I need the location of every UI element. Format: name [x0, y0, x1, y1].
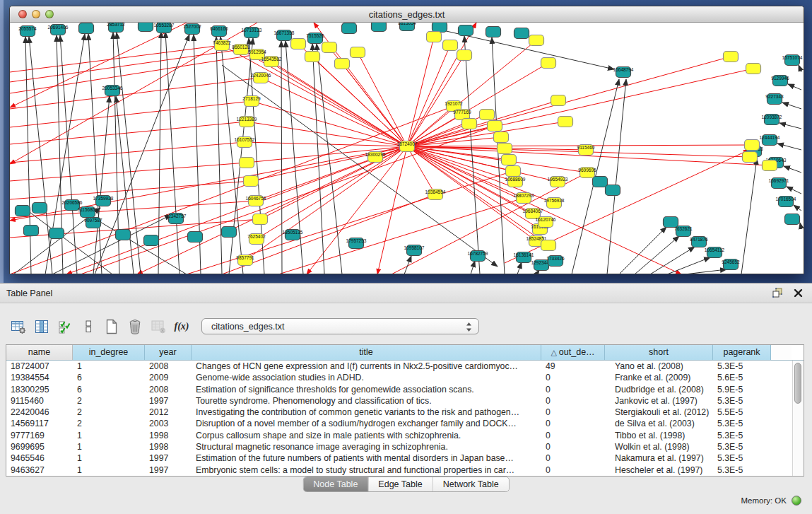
cell-year[interactable]: 1997	[145, 465, 192, 476]
cell-year[interactable]: 2003	[145, 418, 192, 429]
graph-node[interactable]	[514, 28, 529, 39]
graph-node[interactable]	[502, 155, 517, 165]
minimize-button[interactable]	[32, 10, 40, 18]
cell-year[interactable]: 2008	[145, 384, 192, 395]
graph-node[interactable]: 13505135	[283, 230, 303, 240]
graph-node[interactable]	[606, 185, 620, 196]
graph-node[interactable]	[745, 140, 760, 151]
graph-edge[interactable]	[685, 269, 726, 274]
memory-status-indicator[interactable]	[792, 496, 801, 506]
graph-edge[interactable]	[10, 122, 247, 144]
table-row[interactable]: 1872400712008Changes of HCN gene express…	[6, 361, 804, 372]
graph-edge[interactable]	[10, 54, 257, 93]
graph-node[interactable]	[529, 35, 544, 46]
graph-node[interactable]: 9129946	[771, 76, 789, 86]
graph-node[interactable]: 9857791	[236, 255, 254, 266]
graph-node[interactable]	[558, 117, 573, 127]
graph-node[interactable]: 2853712	[107, 23, 125, 33]
graph-node[interactable]: 16120746	[536, 217, 556, 228]
table-row[interactable]: 1830029562008Estimation of significance …	[6, 384, 804, 395]
graph-node[interactable]: 15136141	[514, 252, 534, 263]
cell-short[interactable]: Wolkin et al. (1998)	[605, 441, 713, 452]
graph-node[interactable]	[139, 23, 153, 32]
graph-node[interactable]	[785, 214, 800, 225]
function-builder-icon[interactable]: f(x)	[172, 317, 191, 337]
graph-edge[interactable]	[777, 144, 801, 150]
cell-short[interactable]: de Silva et al. (2003)	[605, 418, 713, 429]
graph-edge[interactable]	[787, 187, 801, 194]
graph-node[interactable]	[457, 50, 472, 61]
graph-node[interactable]: 19654923	[548, 177, 568, 187]
graph-node[interactable]	[291, 39, 306, 49]
cell-short[interactable]: Tibbo et al. (1998)	[605, 430, 713, 441]
table-row[interactable]: 1938455462009Genome-wide association stu…	[6, 372, 804, 383]
graph-edge[interactable]	[317, 44, 342, 274]
cell-pagerank[interactable]: 5.3E-5	[713, 418, 771, 429]
table-selector-dropdown[interactable]: citations_edges.txt	[201, 318, 479, 334]
cell-in-degree[interactable]: 1	[73, 452, 145, 464]
cell-short[interactable]: Dudbridge et al. (2008)	[605, 384, 713, 395]
graph-edge[interactable]	[407, 63, 548, 146]
cell-name[interactable]: 9777169	[6, 430, 73, 441]
column-header-filler[interactable]	[771, 345, 792, 360]
graph-node[interactable]: 17359928	[93, 196, 114, 206]
cell-pagerank[interactable]: 5.3E-5	[713, 430, 771, 441]
cell-pagerank[interactable]: 5.3E-5	[713, 452, 771, 464]
table-vertical-scrollbar[interactable]	[792, 361, 804, 476]
cell-title[interactable]: Structural magnetic resonance image aver…	[192, 441, 541, 452]
scrollbar-thumb[interactable]	[794, 363, 801, 404]
graph-edge[interactable]	[29, 37, 52, 274]
cell-pagerank[interactable]: 5.3E-5	[713, 395, 771, 407]
graph-node[interactable]: 8471876	[690, 237, 708, 247]
graph-edge[interactable]	[10, 45, 222, 72]
graph-edge[interactable]	[782, 103, 801, 109]
graph-edge[interactable]	[784, 166, 801, 173]
cell-in-degree[interactable]: 1	[73, 465, 145, 476]
trash-icon[interactable]	[126, 317, 144, 337]
table-row[interactable]: 1456911722003Disruption of a novel membe…	[6, 418, 804, 429]
graph-node[interactable]: 7632621	[674, 226, 693, 237]
graph-node[interactable]	[24, 226, 39, 236]
cell-short[interactable]: Stergiakouli et al. (2012)	[605, 407, 713, 418]
graph-node[interactable]: 22420046	[251, 73, 271, 83]
graph-edge[interactable]	[261, 78, 407, 146]
graph-edge[interactable]	[271, 62, 407, 146]
graph-node[interactable]	[335, 59, 350, 69]
cell-title[interactable]: Genome-wide association studies in ADHD.	[192, 372, 541, 383]
graph-edge[interactable]	[314, 23, 407, 146]
graph-node[interactable]: 15751074	[782, 55, 803, 66]
float-window-icon[interactable]	[772, 287, 783, 301]
cell-name[interactable]: 18724007	[6, 361, 73, 372]
graph-node[interactable]	[342, 23, 357, 34]
graph-node[interactable]: 9227343	[765, 94, 784, 105]
tab-edge-table[interactable]: Edge Table	[367, 477, 432, 491]
graph-node[interactable]	[724, 52, 739, 62]
column-header-year[interactable]: year	[145, 345, 192, 360]
graph-node[interactable]: 1733426	[546, 256, 565, 267]
graph-edge[interactable]	[471, 261, 475, 274]
cell-pagerank[interactable]: 5.3E-5	[713, 361, 771, 372]
graph-node[interactable]	[763, 160, 777, 171]
graph-edge[interactable]	[137, 146, 407, 274]
graph-edge[interactable]	[245, 146, 407, 260]
graph-node[interactable]: 19756928	[544, 198, 565, 209]
graph-node[interactable]: 8813054	[398, 23, 416, 31]
cell-in-degree[interactable]: 1	[73, 361, 145, 372]
cell-in-degree[interactable]: 2	[73, 395, 145, 407]
graph-node[interactable]	[551, 95, 566, 106]
delete-columns-icon[interactable]	[149, 317, 167, 337]
graph-node[interactable]: 10654112	[705, 247, 725, 258]
cell-out-de-[interactable]: 0	[541, 441, 605, 452]
table-row[interactable]: 2242004622012Investigating the contribut…	[6, 407, 804, 418]
graph-node[interactable]	[188, 232, 203, 243]
zoom-button[interactable]	[45, 10, 54, 18]
cell-in-degree[interactable]: 2	[73, 418, 145, 429]
graph-node[interactable]	[541, 58, 556, 69]
graph-node[interactable]	[351, 47, 365, 58]
graph-node[interactable]: 10719133	[242, 28, 262, 38]
row-height-icon[interactable]	[79, 317, 98, 337]
table-row[interactable]: 946554611997Estimation of the future num…	[6, 452, 804, 464]
cell-name[interactable]: 9699695	[6, 441, 73, 452]
graph-node[interactable]: 18724007	[397, 141, 418, 152]
graph-node[interactable]: 6466160	[210, 26, 228, 37]
